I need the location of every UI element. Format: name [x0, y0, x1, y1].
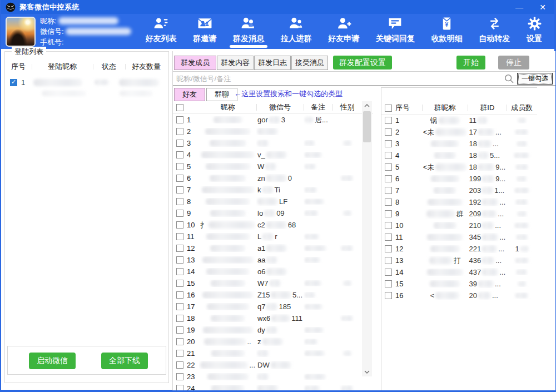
row-checkbox[interactable]: [385, 245, 392, 252]
friend-row[interactable]: 8LF: [173, 196, 373, 207]
row-checkbox[interactable]: [385, 222, 392, 229]
group-row[interactable]: 61999...: [381, 173, 537, 185]
scrollbar-thumb[interactable]: [363, 111, 371, 142]
row-checkbox[interactable]: [176, 245, 183, 252]
row-checkbox[interactable]: [385, 210, 392, 217]
tab-mass-send-content[interactable]: 群发内容: [217, 56, 254, 70]
check-all-button[interactable]: 一键勾选: [517, 73, 553, 85]
friend-row[interactable]: 5W: [173, 161, 373, 172]
row-checkbox[interactable]: [176, 256, 183, 264]
row-checkbox[interactable]: [176, 361, 183, 369]
row-checkbox[interactable]: [176, 175, 183, 182]
row-checkbox[interactable]: [385, 199, 392, 206]
row-checkbox[interactable]: [385, 257, 392, 264]
row-checkbox[interactable]: [176, 186, 183, 193]
nav-item-friend-request[interactable]: 好友申请: [328, 16, 359, 44]
row-checkbox[interactable]: [385, 234, 392, 241]
row-checkbox[interactable]: [176, 268, 183, 275]
start-button[interactable]: 开始: [456, 56, 485, 70]
nav-item-mass-message[interactable]: 群发消息: [233, 16, 264, 44]
row-checkbox[interactable]: [385, 163, 392, 171]
group-row[interactable]: 16<20...: [381, 290, 537, 301]
row-checkbox[interactable]: [176, 151, 183, 158]
nav-item-settings[interactable]: 设置: [527, 16, 542, 44]
stop-button[interactable]: 停止: [498, 56, 529, 70]
friend-row[interactable]: 6zn0: [173, 172, 373, 184]
friend-row[interactable]: 9lo09: [173, 207, 373, 219]
row-checkbox[interactable]: [385, 292, 392, 299]
group-row[interactable]: 1539...: [381, 278, 537, 290]
friend-row[interactable]: 10扌c268: [173, 219, 373, 231]
row-checkbox[interactable]: [176, 280, 183, 287]
nav-item-group-invite[interactable]: 群邀请: [193, 16, 216, 44]
friend-row[interactable]: 18wx6111: [173, 312, 373, 324]
row-checkbox[interactable]: [176, 373, 183, 380]
nav-item-keyword-reply[interactable]: 关键词回复: [376, 16, 415, 44]
row-checkbox[interactable]: [176, 326, 183, 334]
login-row-checkbox[interactable]: [10, 79, 17, 86]
group-row[interactable]: 72031...: [381, 185, 537, 196]
all-offline-button[interactable]: 全部下线: [101, 353, 148, 369]
friend-row[interactable]: 20..z: [173, 336, 373, 348]
friend-row[interactable]: 3: [173, 137, 373, 149]
start-wechat-button[interactable]: 启动微信: [29, 353, 76, 369]
friends-select-all-checkbox[interactable]: [176, 104, 183, 111]
row-checkbox[interactable]: [176, 221, 183, 229]
mass-send-config-button[interactable]: 群发配置设置: [333, 56, 392, 70]
friend-row[interactable]: 1gor3居...: [173, 114, 373, 126]
friend-row[interactable]: 24: [173, 383, 373, 390]
row-checkbox[interactable]: [176, 385, 183, 390]
group-row[interactable]: 4185...: [381, 150, 537, 161]
friend-row[interactable]: 19dy: [173, 324, 373, 336]
group-row[interactable]: 1锅11: [381, 115, 537, 126]
group-row[interactable]: 9群209...: [381, 208, 537, 220]
group-row[interactable]: 8192...: [381, 196, 537, 208]
row-checkbox[interactable]: [176, 350, 183, 357]
close-button[interactable]: ✕: [531, 0, 554, 14]
subtab-friends[interactable]: 好友: [174, 88, 205, 101]
row-checkbox[interactable]: [385, 280, 392, 287]
row-checkbox[interactable]: [385, 140, 392, 147]
group-row[interactable]: 11345...: [381, 231, 537, 243]
row-checkbox[interactable]: [385, 117, 392, 124]
group-row[interactable]: 12221...1: [381, 243, 537, 255]
row-checkbox[interactable]: [385, 269, 392, 276]
minimize-button[interactable]: —: [508, 0, 531, 14]
friend-row[interactable]: 7kTi: [173, 184, 373, 196]
group-row[interactable]: 5<未189...: [381, 161, 537, 173]
friend-row[interactable]: 17q7185: [173, 301, 373, 312]
row-checkbox[interactable]: [176, 233, 183, 240]
row-checkbox[interactable]: [385, 187, 392, 194]
friend-row[interactable]: 14o6: [173, 266, 373, 277]
row-checkbox[interactable]: [385, 152, 392, 159]
group-row[interactable]: 10210...: [381, 220, 537, 231]
tab-mass-send-log[interactable]: 群发日志: [254, 56, 291, 70]
subtab-groups[interactable]: 群聊: [206, 88, 237, 101]
friend-row[interactable]: 13aa: [173, 254, 373, 266]
row-checkbox[interactable]: [176, 291, 183, 299]
group-row[interactable]: 318...: [381, 138, 537, 150]
search-input[interactable]: [173, 75, 504, 83]
row-checkbox[interactable]: [176, 140, 183, 147]
nav-item-auto-forward[interactable]: 自动转发: [479, 16, 510, 44]
groups-select-all-checkbox[interactable]: [385, 105, 392, 112]
nav-item-payment-detail[interactable]: ¥收款明细: [431, 16, 463, 44]
friend-row[interactable]: 23: [173, 371, 373, 383]
scroll-down-button[interactable]: [362, 368, 372, 376]
group-row[interactable]: 14437...: [381, 266, 537, 278]
group-row[interactable]: 2<未17...: [381, 126, 537, 138]
friend-row[interactable]: 2: [173, 126, 373, 137]
friend-row[interactable]: 22...DW: [173, 359, 373, 371]
row-checkbox[interactable]: [176, 303, 183, 310]
friend-row[interactable]: 4v_: [173, 149, 373, 161]
row-checkbox[interactable]: [176, 198, 183, 205]
friend-row[interactable]: 15W7: [173, 277, 373, 289]
tab-receive-messages[interactable]: 接受消息: [291, 56, 328, 70]
friend-row[interactable]: 12a1: [173, 242, 373, 254]
row-checkbox[interactable]: [385, 128, 392, 136]
group-row[interactable]: 13打436...: [381, 255, 537, 266]
nav-item-pull-into-group[interactable]: 拉人进群: [281, 16, 312, 44]
friends-scrollbar[interactable]: [362, 101, 372, 376]
row-checkbox[interactable]: [176, 116, 183, 123]
row-checkbox[interactable]: [176, 338, 183, 345]
